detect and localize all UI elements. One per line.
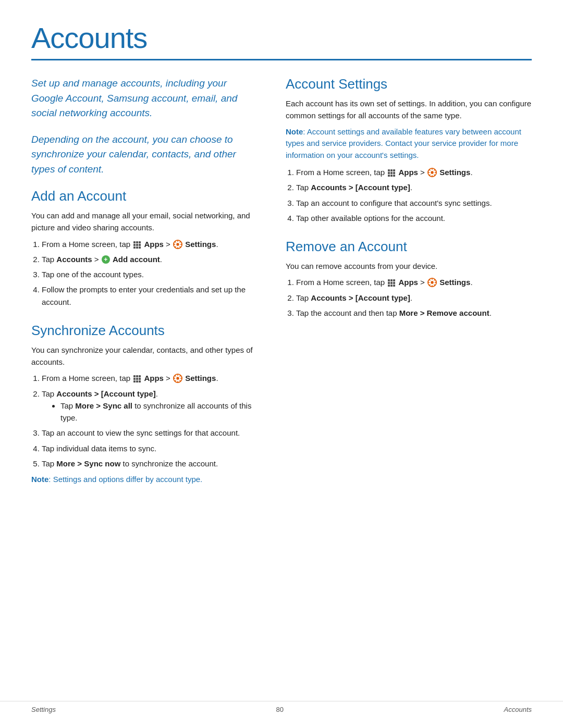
svg-rect-40 [390, 285, 393, 287]
sync-step-3: Tap an account to view the sync settings… [42, 427, 261, 439]
svg-point-32 [431, 171, 433, 174]
remove-step-1: From a Home screen, tap [296, 276, 532, 288]
add-account-description: You can add and manage all your email, s… [31, 209, 261, 234]
sync-step-2: Tap Accounts > [Account type]. Tap More … [42, 388, 261, 424]
apps-icon-3 [387, 168, 396, 177]
svg-rect-12 [136, 375, 138, 377]
settings-icon-3 [427, 168, 437, 177]
svg-rect-3 [133, 244, 136, 246]
two-column-layout: Set up and manage accounts, including yo… [31, 76, 532, 491]
sync-step-5: Tap More > Sync now to synchronize the a… [42, 458, 261, 470]
svg-rect-4 [136, 244, 138, 246]
svg-rect-15 [136, 378, 138, 380]
sync-step-2-bullets: Tap More > Sync all to synchronize all a… [60, 400, 261, 424]
footer-left: Settings [31, 706, 56, 713]
svg-rect-7 [136, 246, 138, 249]
svg-rect-24 [393, 169, 395, 171]
svg-rect-23 [390, 169, 393, 171]
svg-rect-34 [390, 279, 393, 281]
acct-settings-step-1: From a Home screen, tap [296, 166, 532, 178]
sync-step-1: From a Home screen, tap [42, 372, 261, 384]
svg-rect-17 [133, 380, 136, 382]
settings-icon [173, 240, 182, 249]
settings-icon-2 [173, 374, 182, 383]
add-icon: + [102, 255, 110, 264]
svg-rect-29 [390, 175, 393, 177]
svg-point-43 [431, 281, 433, 284]
right-column: Account Settings Each account has its ow… [286, 76, 532, 491]
svg-rect-25 [388, 172, 390, 174]
footer-right: Accounts [504, 706, 532, 713]
apps-icon-2 [133, 374, 141, 382]
acct-settings-step-4: Tap other available options for the acco… [296, 212, 532, 224]
svg-rect-11 [133, 375, 136, 377]
remove-step-3: Tap the account and then tap More > Remo… [296, 307, 532, 319]
svg-rect-13 [139, 375, 141, 377]
svg-rect-14 [133, 378, 136, 380]
add-account-heading: Add an Account [31, 188, 261, 204]
add-account-step-3: Tap one of the account types. [42, 268, 261, 280]
sync-step-4: Tap individual data items to sync. [42, 442, 261, 454]
add-account-steps: From a Home screen, tap [42, 238, 261, 308]
add-account-step-4: Follow the prompts to enter your credent… [42, 283, 261, 308]
svg-rect-2 [139, 241, 141, 243]
svg-rect-36 [388, 282, 390, 284]
account-settings-description: Each account has its own set of settings… [286, 97, 532, 122]
svg-rect-22 [388, 169, 390, 171]
synchronize-accounts-heading: Synchronize Accounts [31, 323, 261, 339]
svg-rect-16 [139, 378, 141, 380]
svg-rect-30 [393, 175, 395, 177]
svg-point-21 [176, 377, 179, 380]
sync-bullet-1: Tap More > Sync all to synchronize all a… [60, 400, 261, 424]
svg-rect-0 [133, 241, 136, 243]
remove-account-steps: From a Home screen, tap [296, 276, 532, 319]
synchronize-note: Note: Settings and options differ by acc… [31, 474, 261, 486]
svg-rect-1 [136, 241, 138, 243]
acct-settings-step-3: Tap an account to configure that account… [296, 197, 532, 209]
add-account-step-1: From a Home screen, tap [42, 238, 261, 250]
intro-paragraph-2: Depending on the account, you can choose… [31, 132, 261, 177]
remove-account-heading: Remove an Account [286, 239, 532, 255]
title-divider [31, 59, 532, 60]
svg-rect-27 [393, 172, 395, 174]
footer-page-number: 80 [276, 706, 284, 713]
svg-rect-28 [388, 175, 390, 177]
apps-icon-4 [387, 278, 396, 287]
apps-icon [133, 240, 141, 249]
page: Accounts Set up and manage accounts, inc… [0, 0, 563, 728]
svg-rect-6 [133, 246, 136, 249]
acct-settings-step-2: Tap Accounts > [Account type]. [296, 181, 532, 193]
svg-rect-26 [390, 172, 393, 174]
svg-rect-5 [139, 244, 141, 246]
synchronize-accounts-steps: From a Home screen, tap [42, 372, 261, 470]
account-settings-note: Note: Account settings and available fea… [286, 126, 532, 162]
page-title: Accounts [31, 21, 532, 55]
svg-rect-37 [390, 282, 393, 284]
svg-rect-18 [136, 380, 138, 382]
svg-rect-41 [393, 285, 395, 287]
intro-paragraph-1: Set up and manage accounts, including yo… [31, 76, 261, 121]
svg-rect-8 [139, 246, 141, 249]
svg-rect-19 [139, 380, 141, 382]
remove-account-description: You can remove accounts from your device… [286, 260, 532, 272]
svg-rect-39 [388, 285, 390, 287]
account-settings-steps: From a Home screen, tap [296, 166, 532, 224]
svg-rect-35 [393, 279, 395, 281]
synchronize-accounts-description: You can synchronize your calendar, conta… [31, 344, 261, 368]
left-column: Set up and manage accounts, including yo… [31, 76, 261, 491]
settings-icon-4 [427, 278, 437, 287]
remove-step-2: Tap Accounts > [Account type]. [296, 292, 532, 304]
account-settings-heading: Account Settings [286, 76, 532, 92]
add-account-step-2: Tap Accounts > + Add account. [42, 253, 261, 265]
svg-rect-38 [393, 282, 395, 284]
page-footer: Settings 80 Accounts [0, 701, 563, 713]
svg-point-10 [176, 243, 179, 245]
svg-rect-33 [388, 279, 390, 281]
